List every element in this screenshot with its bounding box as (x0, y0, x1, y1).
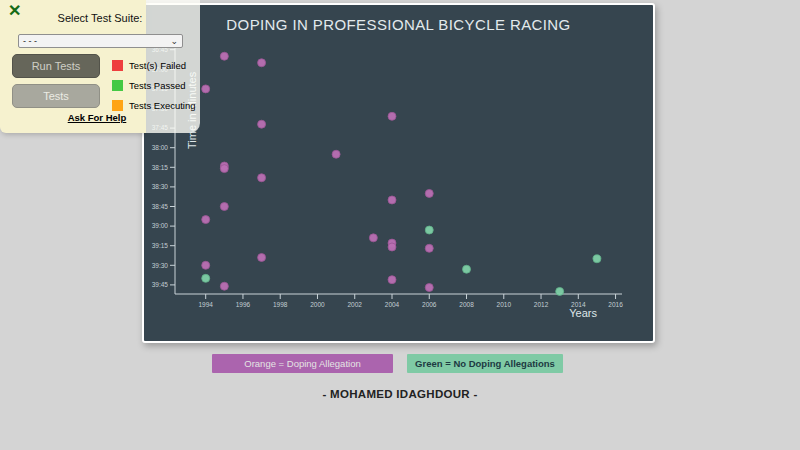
test-suite-panel: ✕ Select Test Suite: - - - ⌄ Run Tests T… (0, 0, 200, 133)
data-point[interactable] (258, 120, 266, 128)
data-point[interactable] (258, 174, 266, 182)
run-tests-button[interactable]: Run Tests (12, 54, 100, 78)
y-tick-label: 38:30 (152, 183, 169, 190)
x-tick-label: 2008 (459, 301, 474, 308)
attribution-text: - MOHAMED IDAGHDOUR - (0, 388, 800, 400)
data-point[interactable] (332, 150, 340, 158)
x-axis-title: Years (569, 307, 597, 319)
test-status-legend-row: Test(s) Failed (112, 55, 196, 75)
select-test-suite-label: Select Test Suite: (0, 12, 200, 24)
y-tick-label: 38:15 (152, 164, 169, 171)
data-point[interactable] (388, 112, 396, 120)
x-tick-label: 1996 (236, 301, 251, 308)
data-point[interactable] (388, 243, 396, 251)
data-point[interactable] (220, 282, 228, 290)
data-point[interactable] (202, 261, 210, 269)
y-tick-label: 39:30 (152, 262, 169, 269)
tests-button[interactable]: Tests (12, 84, 100, 108)
data-point[interactable] (388, 276, 396, 284)
x-tick-label: 2000 (310, 301, 325, 308)
x-tick-label: 1998 (273, 301, 288, 308)
status-swatch-icon (112, 80, 123, 91)
x-tick-label: 2002 (348, 301, 363, 308)
y-tick-label: 38:45 (152, 203, 169, 210)
data-point[interactable] (202, 85, 210, 93)
test-suite-dropdown-value: - - - (23, 36, 37, 46)
y-tick-label: 39:15 (152, 242, 169, 249)
data-point[interactable] (258, 59, 266, 67)
data-point[interactable] (220, 52, 228, 60)
ask-for-help-link[interactable]: Ask For Help (0, 112, 194, 123)
x-tick-label: 2012 (534, 301, 549, 308)
data-point[interactable] (202, 216, 210, 224)
y-tick-label: 39:45 (152, 281, 169, 288)
status-label: Tests Executing (129, 100, 196, 111)
x-tick-label: 2006 (422, 301, 437, 308)
data-point[interactable] (425, 189, 433, 197)
legend-chip-doping: Orange = Doping Allegation (212, 354, 393, 373)
data-point[interactable] (220, 165, 228, 173)
status-swatch-icon (112, 60, 123, 71)
legend-chip-no-doping: Green = No Doping Allegations (407, 354, 563, 373)
test-status-legend-row: Tests Passed (112, 75, 196, 95)
data-point[interactable] (388, 196, 396, 204)
x-tick-label: 2016 (608, 301, 623, 308)
x-tick-label: 2004 (385, 301, 400, 308)
status-swatch-icon (112, 100, 123, 111)
test-suite-dropdown[interactable]: - - - ⌄ (18, 34, 183, 48)
data-point[interactable] (425, 284, 433, 292)
status-label: Tests Passed (129, 80, 186, 91)
data-point[interactable] (463, 265, 471, 273)
test-status-legend: Test(s) FailedTests PassedTests Executin… (112, 55, 196, 115)
data-point[interactable] (425, 226, 433, 234)
y-tick-label: 38:00 (152, 144, 169, 151)
data-point[interactable] (556, 287, 564, 295)
scatterplot-canvas: 1994199619982000200220042006200820102012… (144, 5, 653, 341)
status-label: Test(s) Failed (129, 60, 186, 71)
data-point[interactable] (220, 203, 228, 211)
x-tick-label: 2010 (497, 301, 512, 308)
data-point[interactable] (593, 255, 601, 263)
x-tick-label: 1994 (198, 301, 213, 308)
scatterplot-card: DOPING IN PROFESSIONAL BICYCLE RACING 19… (142, 3, 655, 343)
data-point[interactable] (202, 274, 210, 282)
chevron-down-icon: ⌄ (170, 37, 178, 45)
data-point[interactable] (425, 244, 433, 252)
y-tick-label: 39:00 (152, 222, 169, 229)
data-point[interactable] (369, 234, 377, 242)
data-point[interactable] (258, 253, 266, 261)
